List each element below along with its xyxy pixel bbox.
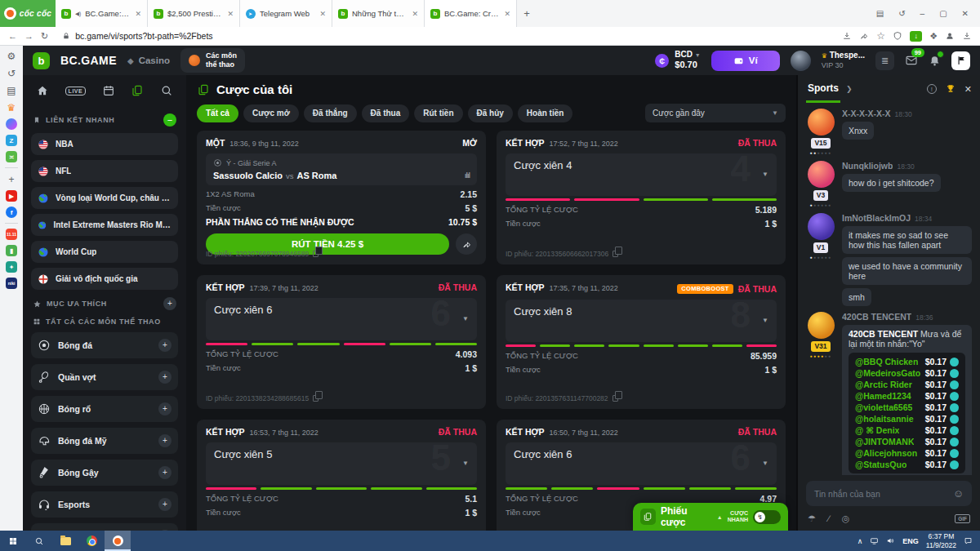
close-chat-icon[interactable]: ✕: [964, 84, 972, 95]
user-avatar[interactable]: [791, 51, 811, 71]
filter-pill[interactable]: Hoàn tiền: [518, 104, 573, 122]
niki-app-icon[interactable]: niki: [6, 278, 17, 289]
avatar[interactable]: [808, 213, 835, 240]
network-icon[interactable]: [870, 536, 879, 545]
browser-tab[interactable]: Telegram Web ✕: [240, 0, 332, 27]
share-icon[interactable]: [859, 31, 869, 41]
combo-box[interactable]: Cược xiên 6 6 ▼: [506, 442, 777, 485]
tip-recipient[interactable]: @StatusQuo: [855, 460, 906, 469]
bcgame-brand-label[interactable]: BC.GAME: [60, 54, 117, 67]
tip-recipient[interactable]: @violetta6565: [855, 402, 912, 412]
crown-icon[interactable]: ♛: [6, 101, 18, 113]
rules-icon[interactable]: ∕: [828, 513, 830, 523]
tray-chevron-icon[interactable]: ∧: [858, 537, 863, 545]
bcgame-logo[interactable]: b: [33, 52, 50, 69]
chevron-down-icon[interactable]: ▼: [462, 315, 469, 322]
quick-link-item[interactable]: World Cup: [31, 241, 178, 263]
avatar[interactable]: [808, 109, 835, 136]
coccoc-download-icon[interactable]: ↓: [910, 31, 922, 42]
sort-dropdown[interactable]: Cược gần đây ▼: [645, 104, 786, 122]
quick-link-item[interactable]: Giải vô địch quốc gia: [31, 268, 178, 290]
close-button[interactable]: ✕: [962, 9, 969, 18]
search-icon[interactable]: [160, 84, 173, 97]
combo-box[interactable]: Cược xiên 5 5 ▼: [206, 442, 477, 485]
sport-expand-button[interactable]: +: [158, 339, 172, 352]
bookmark-star-icon[interactable]: ☆: [876, 30, 885, 42]
chat-toggle-button[interactable]: [951, 51, 970, 70]
history-sync-icon[interactable]: ↺: [898, 9, 905, 18]
download-icon[interactable]: [842, 31, 852, 41]
copy-icon[interactable]: [612, 251, 618, 257]
chevron-down-icon[interactable]: ▼: [762, 317, 768, 324]
avatar[interactable]: [808, 312, 835, 339]
inbox-button[interactable]: 99: [905, 54, 918, 67]
live-icon[interactable]: LIVE: [65, 87, 87, 96]
gif-icon[interactable]: GIF: [955, 514, 970, 523]
nav-casino[interactable]: ◆ Casino: [127, 56, 170, 65]
file-explorer-icon[interactable]: [52, 531, 78, 551]
profile-icon[interactable]: [945, 31, 955, 41]
chat-username[interactable]: X-X-X-X-X-X: [842, 109, 891, 118]
youtube-icon[interactable]: ▶: [6, 190, 17, 202]
user-info[interactable]: ♛ Thespe... VIP 30: [822, 51, 865, 70]
games-controller-icon[interactable]: ≍: [6, 151, 17, 162]
rain-icon[interactable]: ☂: [808, 513, 816, 524]
taskbar-search-icon[interactable]: [26, 531, 52, 551]
sport-expand-button[interactable]: +: [158, 434, 172, 447]
bet-slip-bar[interactable]: Phiếu cược ▲ CƯỢC NHANH ↯: [633, 503, 788, 531]
language-indicator[interactable]: ENG: [902, 537, 919, 545]
sport-expand-button[interactable]: +: [158, 466, 172, 479]
filter-pill[interactable]: Đã thua: [362, 104, 410, 122]
browser-tab[interactable]: Những Thử thách Hàng ngày ✕: [332, 0, 425, 27]
settings-gear-icon[interactable]: ⚙: [6, 50, 18, 62]
reload-button[interactable]: ↻: [41, 31, 48, 42]
bet-list-button[interactable]: ≣: [875, 51, 894, 70]
home-icon[interactable]: [36, 84, 49, 97]
coin-tip-icon[interactable]: ◎: [842, 513, 850, 524]
zalo-icon[interactable]: Z: [6, 135, 17, 146]
tab-close-icon[interactable]: ✕: [135, 10, 141, 18]
copy-icon[interactable]: [313, 395, 318, 402]
chrome-icon[interactable]: [78, 531, 105, 551]
quick-link-item[interactable]: NBA: [31, 133, 178, 155]
wallet-button[interactable]: Ví: [711, 51, 780, 71]
event-box[interactable]: Ý - Giải Serie A Sassuolo Calcio vs AS R…: [206, 153, 477, 185]
info-icon[interactable]: !: [927, 84, 937, 94]
sport-expand-button[interactable]: +: [158, 402, 172, 415]
tip-recipient[interactable]: @holaitsannie: [855, 414, 914, 424]
browser-tab[interactable]: ◀) BC.Game: Crypto Casino ✕: [56, 0, 148, 27]
downloads-tray-icon[interactable]: [962, 31, 972, 41]
expand-button[interactable]: +: [163, 297, 176, 310]
chat-username[interactable]: Nunqkliojwb: [842, 161, 893, 171]
coccoc-brand[interactable]: cốc cốc: [0, 0, 56, 27]
sport-item[interactable]: Bóng đá Mỹ +: [31, 428, 178, 454]
tip-recipient[interactable]: @Alicejohnson: [855, 448, 917, 458]
quick-link-item[interactable]: NFL: [31, 160, 178, 182]
messenger-icon[interactable]: [6, 118, 17, 130]
combo-box[interactable]: Cược xiên 4 4 ▼: [506, 153, 777, 196]
filter-pill[interactable]: Đã hủy: [468, 104, 513, 122]
sale-11-11-icon[interactable]: 11.11: [6, 229, 17, 240]
add-app-icon[interactable]: +: [6, 173, 18, 185]
chevron-down-icon[interactable]: ▼: [762, 171, 768, 178]
coccoc-taskbar-icon[interactable]: [105, 531, 131, 551]
sport-expand-button[interactable]: +: [158, 498, 172, 511]
forward-button[interactable]: →: [24, 31, 33, 41]
chat-room-chevron-icon[interactable]: ❯: [846, 85, 853, 93]
browser-tab[interactable]: $2,500 Prestige Plinko Challe ✕: [148, 0, 240, 27]
tip-recipient[interactable]: @Hamed1234: [855, 391, 911, 401]
history-icon[interactable]: ↺: [6, 67, 18, 79]
trophy-icon[interactable]: [945, 83, 956, 95]
combo-box[interactable]: Cược xiên 8 8 ▼: [506, 300, 777, 342]
filter-pill[interactable]: Cược mở: [243, 104, 299, 122]
action-center-icon[interactable]: [964, 536, 973, 545]
quick-link-item[interactable]: Vòng loại World Cup, châu Âu: [31, 187, 178, 209]
sport-item[interactable]: Bóng rổ +: [31, 396, 178, 422]
calendar-icon[interactable]: [102, 84, 115, 97]
currency-selector[interactable]: ₵ BCD ▼ $0.70: [655, 50, 700, 70]
tab-close-icon[interactable]: ✕: [504, 10, 510, 18]
new-tab-button[interactable]: +: [517, 0, 537, 27]
sport-expand-button[interactable]: +: [158, 371, 172, 384]
start-button[interactable]: [0, 531, 26, 551]
url-box[interactable]: bc.game/vi/sports?bt-path=%2Fbets: [62, 31, 835, 41]
